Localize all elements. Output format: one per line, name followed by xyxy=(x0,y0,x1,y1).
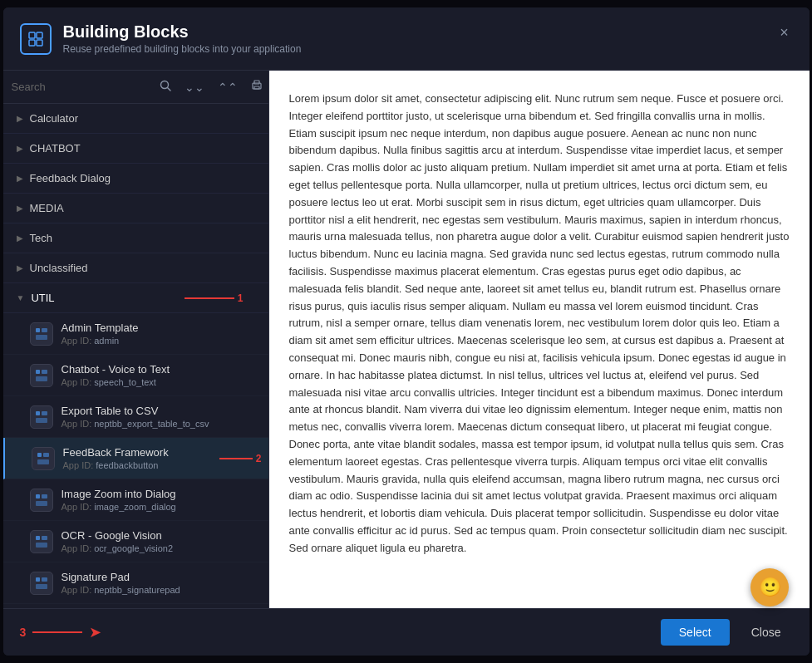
svg-rect-13 xyxy=(42,370,47,374)
app-info: Chatbot - Voice to Text App ID: speech_t… xyxy=(62,363,255,387)
sidebar-item-label: MEDIA xyxy=(30,202,64,214)
sidebar-item-label: Feedback Dialog xyxy=(30,172,111,184)
list-item-chatbot-voice[interactable]: Chatbot - Voice to Text App ID: speech_t… xyxy=(3,355,268,396)
svg-rect-2 xyxy=(29,40,35,46)
modal-subtitle: Reuse predefined building blocks into yo… xyxy=(63,43,302,55)
list-item-signature-pad[interactable]: Signature Pad App ID: neptbb_signaturepa… xyxy=(3,562,268,604)
arrow-right-icon: ➤ xyxy=(89,623,101,641)
sidebar-item-label: UTIL xyxy=(31,292,54,304)
toolbar-buttons: ⌄⌄ ⌃⌃ xyxy=(180,77,268,96)
svg-rect-1 xyxy=(37,32,42,38)
search-input[interactable] xyxy=(12,81,151,93)
svg-rect-14 xyxy=(36,376,47,381)
close-button[interactable]: Close xyxy=(740,619,793,646)
sidebar-item-util[interactable]: ▼ UTIL 1 xyxy=(3,283,268,313)
annotation-3-arrow xyxy=(32,631,82,633)
svg-rect-0 xyxy=(29,32,35,38)
sidebar-item-label: Calculator xyxy=(30,112,79,125)
sidebar-item-calculator[interactable]: ▶ Calculator xyxy=(3,104,268,134)
app-icon xyxy=(30,530,53,553)
svg-rect-26 xyxy=(36,543,47,548)
annotation-3-number: 3 xyxy=(20,626,27,639)
svg-rect-29 xyxy=(36,584,47,589)
select-button[interactable]: Select xyxy=(661,619,730,646)
list-item-feedback-framework[interactable]: FeedBack Framework App ID: feedbackbutto… xyxy=(3,438,268,479)
app-name: OCR - Google Vision xyxy=(62,529,255,542)
chevron-right-icon: ▶ xyxy=(17,174,23,183)
app-info: OCR - Google Vision App ID: ocr_google_v… xyxy=(62,529,255,553)
svg-rect-16 xyxy=(42,411,47,415)
sidebar-item-media[interactable]: ▶ MEDIA xyxy=(3,194,268,223)
chevron-right-icon: ▶ xyxy=(17,144,23,153)
svg-rect-3 xyxy=(37,40,42,46)
annotation-1: 1 xyxy=(185,292,244,304)
sidebar-item-feedback-dialog[interactable]: ▶ Feedback Dialog xyxy=(3,164,268,194)
svg-rect-22 xyxy=(42,494,47,498)
app-icon xyxy=(30,489,53,512)
svg-rect-15 xyxy=(36,411,40,415)
svg-rect-23 xyxy=(36,501,47,506)
svg-rect-10 xyxy=(42,328,47,332)
modal-footer: 3 ➤ Select Close xyxy=(3,608,810,656)
svg-rect-24 xyxy=(36,536,40,540)
app-icon xyxy=(30,572,53,595)
app-name: Chatbot - Voice to Text xyxy=(62,363,255,376)
list-item-admin-template[interactable]: Admin Template App ID: admin xyxy=(3,313,268,355)
modal-overlay: Building Blocks Reuse predefined buildin… xyxy=(0,0,812,663)
svg-rect-19 xyxy=(43,453,49,457)
search-bar: ⌄⌄ ⌃⌃ xyxy=(3,71,268,104)
sidebar-item-tech[interactable]: ▶ Tech xyxy=(3,223,268,253)
footer-annotation: 3 ➤ xyxy=(20,623,651,641)
app-name: Signature Pad xyxy=(62,571,255,583)
annotation-2: 2 xyxy=(219,453,262,464)
print-button[interactable] xyxy=(246,77,268,96)
svg-rect-27 xyxy=(36,577,40,582)
content-area: Lorem ipsum dolor sit amet, consectetur … xyxy=(269,71,810,608)
app-id: App ID: neptbb_export_table_to_csv xyxy=(62,419,255,429)
chevron-right-icon: ▶ xyxy=(17,263,23,273)
modal-title: Building Blocks xyxy=(63,22,302,42)
app-info: Signature Pad App ID: neptbb_signaturepa… xyxy=(62,571,255,595)
chevron-down-icon: ▼ xyxy=(17,293,25,302)
svg-rect-12 xyxy=(36,370,40,374)
svg-rect-25 xyxy=(42,536,47,540)
app-name: Export Table to CSV xyxy=(62,405,255,417)
list-item-image-zoom[interactable]: Image Zoom into Dialog App ID: image_zoo… xyxy=(3,479,268,521)
app-name: Image Zoom into Dialog xyxy=(62,488,255,500)
list-item-export-csv[interactable]: Export Table to CSV App ID: neptbb_expor… xyxy=(3,396,268,438)
app-id: App ID: image_zoom_dialog xyxy=(62,502,255,512)
app-name: Admin Template xyxy=(62,322,255,334)
expand-all-button[interactable]: ⌃⌃ xyxy=(213,77,243,96)
app-info: Admin Template App ID: admin xyxy=(62,322,255,346)
svg-rect-17 xyxy=(36,418,47,423)
chevron-right-icon: ▶ xyxy=(17,204,23,213)
svg-rect-18 xyxy=(37,453,42,457)
svg-line-5 xyxy=(167,88,170,91)
svg-rect-7 xyxy=(254,81,259,84)
sidebar: ⌄⌄ ⌃⌃ ▶ xyxy=(3,71,269,608)
app-id: App ID: ocr_google_vision2 xyxy=(62,543,255,553)
sidebar-item-unclassified[interactable]: ▶ Unclassified xyxy=(3,253,268,283)
emoji-bubble-button[interactable]: 🙂 xyxy=(750,568,789,607)
sidebar-list: ▶ Calculator ▶ CHATBOT ▶ Feedback Dialog xyxy=(3,104,268,608)
close-icon-button[interactable]: × xyxy=(773,21,796,44)
app-id: App ID: admin xyxy=(62,336,255,346)
modal-header: Building Blocks Reuse predefined buildin… xyxy=(3,7,810,71)
search-icon-button[interactable] xyxy=(156,78,175,96)
chevron-right-icon: ▶ xyxy=(17,233,23,243)
svg-rect-11 xyxy=(36,335,47,340)
collapse-all-button[interactable]: ⌄⌄ xyxy=(180,77,209,96)
app-id: App ID: speech_to_text xyxy=(62,377,255,387)
svg-rect-8 xyxy=(254,86,259,89)
sidebar-item-label: Tech xyxy=(30,232,52,244)
svg-rect-20 xyxy=(37,459,49,464)
sidebar-item-label: CHATBOT xyxy=(30,142,81,155)
list-item-ocr-google[interactable]: OCR - Google Vision App ID: ocr_google_v… xyxy=(3,521,268,562)
chevron-right-icon: ▶ xyxy=(17,114,23,123)
sidebar-item-chatbot[interactable]: ▶ CHATBOT xyxy=(3,134,268,164)
logo-icon xyxy=(20,23,52,55)
app-icon xyxy=(30,364,53,387)
modal: Building Blocks Reuse predefined buildin… xyxy=(3,7,810,656)
svg-rect-9 xyxy=(36,328,40,332)
sidebar-item-label: Unclassified xyxy=(30,262,88,274)
